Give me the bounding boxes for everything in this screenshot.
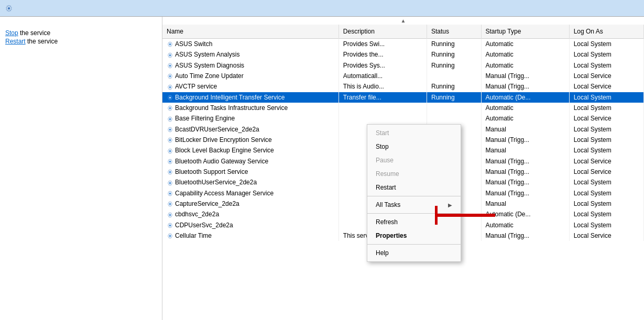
service-name-cell: ASUS System Analysis: [162, 49, 339, 60]
service-logOnAs-cell: Local System: [569, 177, 643, 187]
service-logOnAs-cell: Local System: [569, 39, 643, 50]
service-startupType-cell: Automatic: [481, 60, 569, 71]
service-name-cell: AVCTP service: [162, 81, 339, 92]
menu-item-restart[interactable]: Restart: [367, 181, 461, 194]
service-logOnAs-cell: Local System: [569, 103, 643, 113]
service-startupType-cell: Manual (Trigg...: [481, 135, 569, 145]
sort-indicator: ▲: [162, 17, 644, 25]
svg-point-33: [169, 203, 171, 205]
service-startupType-cell: Manual: [481, 145, 569, 156]
restart-label-suffix: the service: [27, 38, 58, 45]
service-name-cell: Bluetooth Support Service: [162, 167, 339, 177]
service-icon: [167, 105, 173, 112]
service-icon: [167, 62, 173, 69]
menu-item-help[interactable]: Help: [367, 246, 461, 260]
svg-point-23: [169, 150, 171, 151]
col-log-on-as[interactable]: Log On As: [569, 25, 643, 39]
service-name-cell: cbdhsvc_2de2a: [162, 209, 339, 219]
service-startupType-cell: Automatic: [481, 103, 569, 113]
table-row[interactable]: ASUS SwitchProvides Swi...RunningAutomat…: [162, 39, 644, 50]
menu-item-stop[interactable]: Stop: [367, 140, 461, 153]
service-logOnAs-cell: Local System: [569, 124, 643, 135]
menu-divider: [367, 213, 461, 214]
service-icon: [167, 201, 173, 207]
menu-item-help-label: Help: [376, 249, 389, 257]
service-startupType-cell: Manual: [481, 124, 569, 135]
service-startupType-cell: Manual (Trigg...: [481, 167, 569, 177]
service-status-cell: [427, 71, 481, 81]
service-description-cell: Provides Swi...: [339, 39, 427, 50]
svg-point-3: [169, 43, 171, 45]
service-description-cell: Provides the...: [339, 49, 427, 60]
table-row[interactable]: ASUS System AnalysisProvides the...Runni…: [162, 49, 644, 60]
table-header-row: Name Description Status Startup Type Log…: [162, 25, 644, 39]
service-startupType-cell: Manual (Trigg...: [481, 156, 569, 167]
table-row[interactable]: ASUS System DiagnosisProvides Sys...Runn…: [162, 60, 644, 71]
svg-point-39: [169, 235, 171, 237]
main-area: Stop the service Restart the service ▲ N…: [0, 17, 644, 320]
service-status-cell: Running: [427, 92, 481, 103]
svg-point-21: [169, 139, 171, 141]
service-status-cell: Running: [427, 39, 481, 50]
service-startupType-cell: Manual (Trigg...: [481, 71, 569, 81]
menu-item-alltasks[interactable]: All Tasks▶: [367, 198, 461, 212]
svg-point-17: [169, 118, 171, 120]
app-icon: [5, 5, 13, 12]
stop-link[interactable]: Stop: [5, 29, 18, 37]
col-startup-type[interactable]: Startup Type: [481, 25, 569, 39]
service-startupType-cell: Manual (Trigg...: [481, 188, 569, 198]
svg-point-15: [169, 107, 171, 109]
service-logOnAs-cell: Local System: [569, 209, 643, 219]
service-name-cell: Base Filtering Engine: [162, 113, 339, 124]
service-startupType-cell: Automatic: [481, 220, 569, 230]
col-name[interactable]: Name: [162, 25, 339, 39]
service-logOnAs-cell: Local Service: [569, 71, 643, 81]
left-panel: Stop the service Restart the service: [0, 17, 162, 320]
service-status-cell: [427, 113, 481, 124]
service-name-cell: BitLocker Drive Encryption Service: [162, 135, 339, 145]
menu-item-properties[interactable]: Properties: [367, 229, 461, 242]
service-logOnAs-cell: Local System: [569, 188, 643, 198]
svg-point-1: [8, 7, 10, 9]
service-startupType-cell: Automatic: [481, 113, 569, 124]
menu-item-stop-label: Stop: [376, 143, 389, 150]
service-icon: [167, 126, 173, 133]
service-status-cell: [427, 103, 481, 113]
svg-point-25: [169, 161, 171, 162]
service-name-cell: ASUS Switch: [162, 39, 339, 50]
restart-link[interactable]: Restart: [5, 38, 26, 45]
svg-point-31: [169, 193, 171, 194]
service-icon: [167, 73, 173, 80]
service-icon: [167, 180, 173, 186]
service-logOnAs-cell: Local System: [569, 135, 643, 145]
svg-point-19: [169, 129, 171, 130]
service-description-cell: [339, 113, 427, 124]
service-logOnAs-cell: Local Service: [569, 156, 643, 167]
menu-item-properties-label: Properties: [376, 232, 407, 239]
svg-point-29: [169, 182, 171, 183]
table-row[interactable]: AVCTP serviceThis is Audio...RunningManu…: [162, 81, 644, 92]
service-startupType-cell: Automatic: [481, 39, 569, 50]
table-row[interactable]: Background Intelligent Transfer ServiceT…: [162, 92, 644, 103]
col-status[interactable]: Status: [427, 25, 481, 39]
service-startupType-cell: Automatic (De...: [481, 209, 569, 219]
service-name-cell: BluetoothUserService_2de2a: [162, 177, 339, 187]
service-name-cell: CDPUserSvc_2de2a: [162, 220, 339, 230]
table-row[interactable]: Background Tasks Infrastructure ServiceA…: [162, 103, 644, 113]
menu-item-pause-label: Pause: [376, 157, 394, 164]
service-name-cell: Capability Access Manager Service: [162, 188, 339, 198]
service-icon: [167, 158, 173, 165]
service-icon: [167, 212, 173, 218]
service-icon: [167, 190, 173, 197]
menu-item-refresh[interactable]: Refresh: [367, 215, 461, 229]
table-row[interactable]: Base Filtering EngineAutomaticLocal Serv…: [162, 113, 644, 124]
stop-action-row: Stop the service: [5, 29, 155, 37]
service-startupType-cell: Manual (Trigg...: [481, 81, 569, 92]
col-description[interactable]: Description: [339, 25, 427, 39]
svg-point-35: [169, 214, 171, 215]
menu-item-resume-label: Resume: [376, 170, 399, 178]
service-icon: [167, 84, 173, 91]
svg-point-7: [169, 65, 171, 67]
menu-item-refresh-label: Refresh: [376, 218, 398, 226]
table-row[interactable]: Auto Time Zone UpdaterAutomaticall...Man…: [162, 71, 644, 81]
